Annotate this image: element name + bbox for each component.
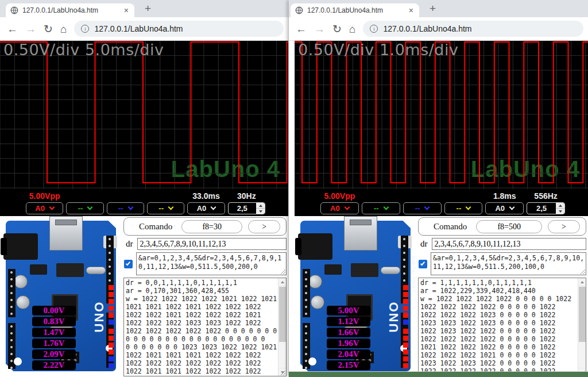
channel-select-value: -- — [415, 204, 420, 213]
browser-toolbar: ← → ↻ ⌂ i 127.0.0.1/LabUno4a.htm — [289, 17, 588, 41]
voltage-readout: 1.47V — [32, 328, 76, 337]
serial-output-area[interactable]: dr = 1,1,1,1,1,1,0,1,1,1,1,1 ar = 1022,2… — [418, 278, 586, 376]
command-box: Comando f8=500 > — [418, 217, 586, 236]
channel-select-4[interactable]: A0 — [187, 202, 225, 214]
home-icon[interactable]: ⌂ — [349, 24, 355, 34]
serial-output-area[interactable]: dr = 0,0,1,1,1,1,0,1,1,1,1,1 ar = 0,170,… — [123, 278, 287, 376]
channel-select-1[interactable]: -- — [362, 202, 400, 214]
channel-select-value: A0 — [197, 204, 207, 213]
channel-select-2[interactable]: -- — [403, 202, 442, 214]
forward-icon[interactable]: → — [25, 24, 36, 34]
home-icon[interactable]: ⌂ — [60, 24, 67, 34]
crystal-oscillator — [381, 267, 400, 274]
scope-scale-label: 0.50V/div 1.0ms/div — [298, 41, 458, 59]
channel-select-value: A0 — [330, 204, 340, 213]
dr-row: dr 2,3,4,5,6,7,8,9,10,11,12,13 — [418, 238, 586, 250]
address-bar[interactable]: i 127.0.0.1/LabUno4a.htm — [74, 21, 284, 37]
mounting-hole — [308, 357, 316, 366]
digital-pin-states-top — [109, 285, 114, 325]
checkmark-icon — [126, 261, 130, 266]
channel-select-4[interactable]: A0 — [485, 202, 524, 214]
chevron-down-icon — [168, 205, 174, 210]
pin-high-marker — [403, 349, 408, 355]
voltage-readout: 5.00V — [327, 306, 370, 316]
scrollbar[interactable] — [278, 278, 286, 376]
address-bar[interactable]: i 127.0.0.1/LabUno4a.htm — [363, 21, 583, 37]
board-name-label: UNO — [92, 301, 107, 333]
command-input[interactable]: f8=500 — [476, 220, 542, 233]
voltage-readout: 1.96V — [327, 338, 370, 348]
gain-value: 2,5 — [527, 203, 556, 214]
tab-close-icon[interactable]: × — [123, 6, 130, 14]
channel-select-3[interactable]: -- — [147, 202, 184, 214]
oscilloscope: LabUno 4 0.50V/div 5.0ms/div 5.00Vpp 33.… — [0, 41, 288, 216]
voltage-regulator — [324, 264, 342, 275]
oscilloscope-canvas[interactable]: LabUno 4 0.50V/div 1.0ms/div — [295, 41, 588, 189]
query-checkbox[interactable] — [124, 260, 133, 268]
channel-select-1[interactable]: -- — [66, 202, 103, 214]
scrollbar[interactable] — [578, 278, 586, 376]
pin-high-marker — [403, 363, 408, 368]
pin-high-marker — [109, 306, 114, 311]
scrollbar-thumb[interactable] — [579, 287, 586, 342]
voltage-readout: 1.66V — [327, 328, 370, 337]
browser-tab[interactable]: 127.0.0.1/LabUno4a.htm × — [6, 3, 134, 17]
channel-controls-row: A0------A0 2,5 — [295, 202, 588, 216]
tab-bar: 127.0.0.1/LabUno4a.htm × + — [289, 0, 588, 17]
spinner-up-icon[interactable] — [556, 203, 564, 208]
query-textarea[interactable]: &ar=0,1,2,3,4,5&dr=2,3,4,5,6,7,8,9,10,11… — [431, 252, 586, 275]
new-tab-button[interactable]: + — [145, 2, 151, 15]
scope-trace — [0, 41, 288, 189]
oscilloscope-canvas[interactable]: LabUno 4 0.50V/div 5.0ms/div — [0, 41, 288, 189]
pin-high-marker — [403, 306, 408, 311]
spinner-up-icon[interactable] — [256, 203, 265, 208]
dr-input[interactable]: 2,3,4,5,6,7,8,9,10,11,12,13 — [432, 238, 587, 250]
channel-select-0[interactable]: A0 — [320, 202, 359, 214]
tab-close-icon[interactable]: × — [408, 6, 415, 14]
back-icon[interactable]: ← — [296, 24, 307, 34]
dr-input[interactable]: 2,3,4,5,6,7,8,9,10,11,12,13 — [137, 238, 287, 250]
spinner-down-icon[interactable] — [556, 208, 564, 214]
pin-high-marker — [109, 292, 114, 297]
globe-favicon-icon — [295, 6, 303, 14]
query-checkbox[interactable] — [419, 260, 427, 268]
pin-high-marker — [109, 285, 114, 290]
reload-icon[interactable]: ↻ — [44, 24, 53, 34]
spinner-down-icon[interactable] — [256, 208, 265, 214]
pin-high-marker — [109, 336, 114, 341]
info-icon[interactable]: i — [370, 25, 378, 33]
back-icon[interactable]: ← — [7, 24, 18, 34]
scroll-up-icon[interactable] — [578, 278, 586, 286]
forward-icon[interactable]: → — [314, 24, 325, 34]
capacitor — [311, 295, 324, 309]
scrollbar-thumb[interactable] — [279, 287, 286, 342]
gain-spinner[interactable]: 2,5 — [228, 202, 265, 214]
command-input[interactable]: f8=30 — [181, 220, 242, 233]
chevron-down-icon — [383, 205, 389, 210]
send-button[interactable]: > — [248, 220, 280, 233]
new-tab-button[interactable]: + — [430, 2, 436, 15]
chevron-down-icon — [211, 205, 216, 210]
serial-output-text: dr = 0,0,1,1,1,1,0,1,1,1,1,1 ar = 0,170,… — [124, 278, 286, 375]
channel-select-3[interactable]: -- — [444, 202, 483, 214]
dr-label: dr — [420, 239, 428, 249]
channel-select-2[interactable]: -- — [107, 202, 144, 214]
info-icon[interactable]: i — [81, 25, 89, 33]
capacitor — [308, 275, 322, 288]
waveform-trace — [0, 42, 288, 183]
voltage-readout: 0.83V — [32, 317, 76, 326]
send-button[interactable]: > — [548, 220, 580, 233]
query-textarea[interactable]: &ar=0,1,2,3,4,5&dr=2,3,4,5,6,7,8,9,10,11… — [136, 252, 287, 275]
pin-high-marker — [403, 285, 408, 290]
channel-select-0[interactable]: A0 — [26, 202, 63, 214]
globe-favicon-icon — [10, 6, 18, 14]
channel-controls-row: A0------A0 2,5 — [0, 202, 288, 216]
browser-window-right: 127.0.0.1/LabUno4a.htm × + ← → ↻ ⌂ i 127… — [289, 0, 588, 377]
pin-high-marker — [403, 329, 408, 334]
gain-spinner[interactable]: 2,5 — [527, 202, 565, 214]
browser-tab[interactable]: 127.0.0.1/LabUno4a.htm × — [291, 3, 419, 17]
pin-high-marker — [403, 336, 408, 341]
reload-icon[interactable]: ↻ — [332, 24, 342, 34]
scroll-up-icon[interactable] — [278, 278, 286, 286]
tab-title: 127.0.0.1/LabUno4a.htm — [307, 6, 404, 14]
